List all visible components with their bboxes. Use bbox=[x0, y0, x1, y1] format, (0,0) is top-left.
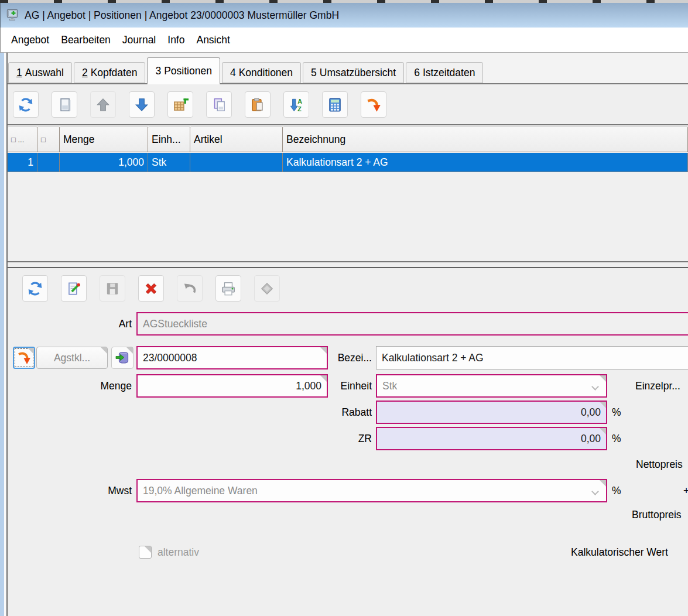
cell-artikel bbox=[190, 153, 283, 172]
app-window-icon bbox=[6, 8, 20, 22]
corner-marker-icon bbox=[600, 428, 606, 434]
jump-button[interactable] bbox=[361, 91, 386, 118]
corner-marker-icon bbox=[600, 402, 606, 408]
new-document-button[interactable] bbox=[52, 91, 77, 118]
undo-icon bbox=[182, 280, 198, 297]
refresh-icon bbox=[18, 97, 34, 113]
menu-item-ansicht[interactable]: Ansicht bbox=[190, 28, 235, 52]
bezeichnung-field[interactable]: Kalkulationsart 2 + AG bbox=[376, 346, 688, 369]
move-down-button[interactable] bbox=[129, 91, 155, 118]
mwst-combobox[interactable]: 19,0% Allgemeine Waren bbox=[136, 479, 607, 502]
new-document-icon bbox=[56, 97, 73, 113]
client-area: 1Auswahl 2Kopfdaten 3Positionen 4Konditi… bbox=[8, 53, 688, 616]
column-header-artikel[interactable]: Artikel bbox=[190, 126, 283, 152]
table-row-selected[interactable]: 1 1,000 Stk Kalkulationsart 2 + AG bbox=[8, 153, 688, 172]
cell-check bbox=[37, 153, 60, 172]
svg-text:A: A bbox=[297, 97, 302, 104]
menu-item-journal[interactable]: Journal bbox=[117, 28, 162, 52]
cell-bezeichnung: Kalkulationsart 2 + AG bbox=[283, 153, 688, 172]
refresh-button[interactable] bbox=[13, 91, 39, 118]
tab-istzeitdaten[interactable]: 6Istzeitdaten bbox=[406, 62, 483, 83]
chevron-down-icon bbox=[591, 383, 599, 391]
corner-marker-icon bbox=[101, 347, 107, 354]
calculator-button[interactable] bbox=[322, 91, 348, 118]
tab-kopfdaten[interactable]: 2Kopfdaten bbox=[74, 62, 146, 83]
refresh-icon bbox=[27, 280, 43, 297]
card-icon bbox=[259, 280, 275, 297]
cell-position-number: 1 bbox=[8, 153, 37, 172]
mwst-label: Mwst bbox=[8, 479, 132, 502]
corner-marker-icon bbox=[145, 546, 151, 553]
menu-item-info[interactable]: Info bbox=[162, 28, 190, 52]
table-header: □ ... □ Menge Einh... Artikel Bezeichnun… bbox=[8, 126, 688, 152]
alternativ-label: alternativ bbox=[158, 545, 199, 560]
menge-label: Menge bbox=[8, 374, 132, 398]
copy-button[interactable] bbox=[206, 91, 232, 118]
column-header-menge[interactable]: Menge bbox=[60, 126, 148, 152]
calculator-icon bbox=[327, 97, 343, 113]
rabatt-label: Rabatt bbox=[271, 401, 372, 424]
detail-toolbar bbox=[22, 275, 280, 302]
add-position-icon bbox=[172, 97, 189, 113]
einheit-label: Einheit bbox=[271, 374, 372, 398]
rabatt-field[interactable]: 0,00 bbox=[376, 401, 607, 424]
sort-button[interactable]: A Z bbox=[283, 91, 309, 118]
arrow-down-icon bbox=[134, 97, 150, 113]
tab-list: 1Auswahl 2Kopfdaten 3Positionen 4Konditi… bbox=[8, 57, 483, 84]
zr-field[interactable]: 0,00 bbox=[376, 427, 607, 450]
cell-einheit: Stk bbox=[148, 153, 190, 172]
save-icon bbox=[104, 280, 121, 297]
alternativ-checkbox[interactable] bbox=[139, 546, 152, 559]
print-icon bbox=[220, 280, 237, 297]
rabatt-percent-label: % bbox=[612, 401, 621, 424]
app-window: AG | Angebot | Positionen | Angebot 23/0… bbox=[0, 0, 688, 616]
arrow-up-icon bbox=[95, 97, 111, 113]
menu-item-bearbeiten[interactable]: Bearbeiten bbox=[55, 28, 117, 52]
corner-marker-icon bbox=[126, 347, 133, 354]
nettopreis-label: Nettopreis bbox=[636, 457, 683, 472]
column-header-select[interactable]: □ ... bbox=[8, 126, 37, 152]
titlebar[interactable]: AG | Angebot | Positionen | Angebot 23/0… bbox=[0, 3, 688, 28]
position-detail-panel: Art AGStueckliste Agstkl... bbox=[8, 267, 688, 616]
print-button[interactable] bbox=[215, 275, 241, 302]
zr-percent-label: % bbox=[612, 427, 621, 450]
zr-label: ZR bbox=[271, 427, 372, 450]
undo-button[interactable] bbox=[177, 275, 203, 302]
stueckliste-jump-button[interactable] bbox=[13, 347, 35, 369]
cell-menge: 1,000 bbox=[60, 153, 148, 172]
corner-marker-icon bbox=[600, 480, 606, 487]
delete-button[interactable] bbox=[138, 275, 164, 302]
sort-az-icon: A Z bbox=[288, 97, 304, 113]
card-button[interactable] bbox=[254, 275, 280, 302]
menubar: Angebot Bearbeiten Journal Info Ansicht bbox=[0, 28, 688, 53]
jump-arrow-icon bbox=[365, 97, 382, 113]
positions-table: □ ... □ Menge Einh... Artikel Bezeichnun… bbox=[8, 124, 688, 262]
column-header-bezeichnung[interactable]: Bezeichnung bbox=[283, 126, 688, 152]
move-up-button[interactable] bbox=[90, 91, 116, 118]
save-button[interactable] bbox=[100, 275, 125, 302]
tab-auswahl[interactable]: 1Auswahl bbox=[8, 62, 72, 83]
edit-button[interactable] bbox=[61, 275, 87, 302]
window-title: AG | Angebot | Positionen | Angebot 23/0… bbox=[25, 9, 339, 22]
chevron-down-icon bbox=[591, 488, 599, 495]
tab-positionen[interactable]: 3Positionen bbox=[147, 57, 220, 84]
column-header-einheit[interactable]: Einh... bbox=[148, 126, 190, 152]
database-import-button[interactable] bbox=[111, 347, 134, 369]
positions-toolbar: A Z bbox=[13, 91, 386, 118]
einzelpreis-label: Einzelpr... bbox=[635, 374, 688, 398]
refresh-button[interactable] bbox=[22, 275, 48, 302]
corner-marker-icon bbox=[600, 375, 606, 382]
paste-icon bbox=[249, 97, 266, 113]
column-header-check[interactable]: □ bbox=[37, 126, 60, 152]
edit-icon bbox=[66, 280, 82, 297]
paste-button[interactable] bbox=[245, 91, 271, 118]
agstkl-button[interactable]: Agstkl... bbox=[36, 347, 108, 369]
add-position-button[interactable] bbox=[167, 91, 193, 118]
art-label: Art bbox=[8, 312, 132, 336]
einheit-combobox[interactable]: Stk bbox=[376, 374, 607, 398]
window-frame-left bbox=[0, 53, 8, 616]
art-field[interactable]: AGStueckliste bbox=[136, 312, 688, 336]
menu-item-angebot[interactable]: Angebot bbox=[5, 28, 55, 52]
tab-umsatzuebersicht[interactable]: 5Umsatzübersicht bbox=[303, 62, 404, 83]
tab-konditionen[interactable]: 4Konditionen bbox=[222, 62, 301, 83]
